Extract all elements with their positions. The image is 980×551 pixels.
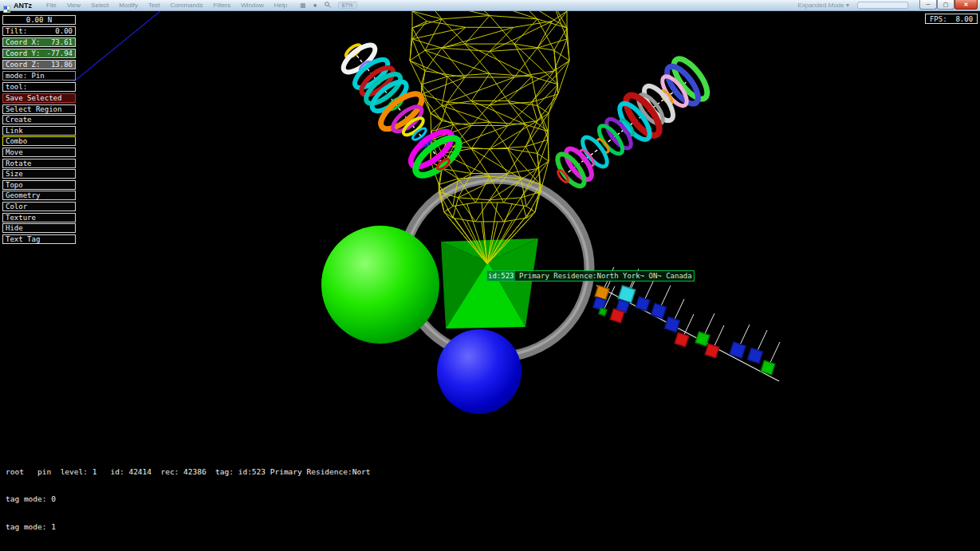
cube-node[interactable] xyxy=(599,308,607,316)
status-line-tagmode0: tag mode: 0 xyxy=(6,494,371,504)
cube-node[interactable] xyxy=(665,317,680,333)
menu-modify[interactable]: Modify xyxy=(119,2,138,9)
search-input[interactable] xyxy=(857,2,908,9)
green-sphere-node[interactable] xyxy=(321,226,439,344)
hide-button[interactable]: Hide xyxy=(2,223,76,233)
tilt-value: 0.00 xyxy=(55,27,73,35)
hud-panel: 0.00 N Tilt: 0.00 Coord X: 73.61 Coord Y… xyxy=(2,15,76,245)
search-icon[interactable] xyxy=(325,2,331,10)
cube-node[interactable] xyxy=(748,348,763,364)
menu-filters[interactable]: Filters xyxy=(213,2,230,9)
coord-z-value: 13.86 xyxy=(51,61,73,69)
toolbar-icons: ▦ ● 87% xyxy=(300,2,356,10)
coord-z-label: Coord Z: xyxy=(6,61,40,69)
cube-node[interactable] xyxy=(730,342,746,358)
coord-z-field: Coord Z: 13.86 xyxy=(2,60,76,69)
mode-indicator: mode: Pin xyxy=(2,71,76,81)
maximize-button[interactable]: ▢ xyxy=(937,0,954,10)
status-line-node: root pin level: 1 id: 42414 rec: 42386 t… xyxy=(6,467,371,477)
color-button[interactable]: Color xyxy=(2,202,76,211)
expanded-mode-dropdown[interactable]: Expanded Mode ▾ xyxy=(797,2,849,9)
tool-input[interactable]: tool: xyxy=(2,82,76,92)
status-console: root pin level: 1 id: 42414 rec: 42386 t… xyxy=(6,449,371,550)
menu-select[interactable]: Select xyxy=(91,2,108,9)
fps-readout: FPS: 8.00 xyxy=(925,14,978,24)
minimize-button[interactable]: ─ xyxy=(919,0,937,10)
tooltip-text: Primary Residence:North York~ ON~ Canada xyxy=(515,271,692,281)
menu-view[interactable]: View xyxy=(67,2,81,9)
heading-readout: 0.00 N xyxy=(2,15,76,25)
tilt-label: Tilt: xyxy=(6,27,27,35)
coord-x-value: 73.61 xyxy=(51,38,73,46)
record-icon[interactable]: ● xyxy=(313,2,317,9)
window-controls: ─ ▢ ✕ xyxy=(919,2,978,10)
cube-node[interactable] xyxy=(705,344,719,358)
coord-y-value: -77.94 xyxy=(46,49,73,57)
cube-node[interactable] xyxy=(636,297,650,311)
titlebar: ANTz File View Select Modify Test Comman… xyxy=(0,0,980,11)
grid-icon[interactable]: ▦ xyxy=(300,2,306,9)
coord-x-label: Coord X: xyxy=(6,38,40,46)
cube-node[interactable] xyxy=(651,304,667,319)
menu-file[interactable]: File xyxy=(46,2,57,9)
link-button[interactable]: Link xyxy=(2,126,76,136)
select-region-button[interactable]: Select Region xyxy=(2,104,76,114)
rotate-button[interactable]: Rotate xyxy=(2,159,76,168)
topo-button[interactable]: Topo xyxy=(2,180,76,190)
geometry-button[interactable]: Geometry xyxy=(2,191,76,200)
save-selected-button[interactable]: Save Selected xyxy=(2,93,76,103)
menubar: File View Select Modify Test Commands Fi… xyxy=(46,2,287,9)
menu-test[interactable]: Test xyxy=(148,2,160,9)
link-line-blue xyxy=(70,11,160,85)
text-tag-button[interactable]: Text Tag xyxy=(2,234,76,244)
blue-sphere-node[interactable] xyxy=(437,329,521,414)
menu-commands[interactable]: Commands xyxy=(171,2,203,9)
zoom-level[interactable]: 87% xyxy=(338,2,357,9)
app-icon xyxy=(3,2,10,9)
node-tag-tooltip: id:523 Primary Residence:North York~ ON~… xyxy=(486,270,695,281)
cube-chain[interactable] xyxy=(593,267,780,381)
size-button[interactable]: Size xyxy=(2,169,76,179)
menu-window[interactable]: Window xyxy=(241,2,263,9)
menu-help[interactable]: Help xyxy=(274,2,287,9)
tilt-field: Tilt: 0.00 xyxy=(2,26,76,36)
move-button[interactable]: Move xyxy=(2,148,76,157)
window-title: ANTz xyxy=(14,2,32,10)
coord-y-field: Coord Y: -77.94 xyxy=(2,49,76,58)
coord-y-label: Coord Y: xyxy=(6,49,40,57)
antz-window: ANTz File View Select Modify Test Comman… xyxy=(0,0,980,551)
cube-node[interactable] xyxy=(675,333,689,347)
combo-button[interactable]: Combo xyxy=(2,136,76,146)
ring-chain-left[interactable] xyxy=(339,41,464,182)
tooltip-id-highlight: id:523 xyxy=(487,271,515,281)
create-button[interactable]: Create xyxy=(2,115,76,124)
texture-button[interactable]: Texture xyxy=(2,213,76,222)
coord-x-field: Coord X: 73.61 xyxy=(2,37,76,47)
status-line-tagmode1: tag mode: 1 xyxy=(6,522,371,532)
ring-chain-right[interactable] xyxy=(553,54,713,191)
close-button[interactable]: ✕ xyxy=(954,0,978,10)
titlebar-right: Expanded Mode ▾ ─ ▢ ✕ xyxy=(797,2,980,10)
